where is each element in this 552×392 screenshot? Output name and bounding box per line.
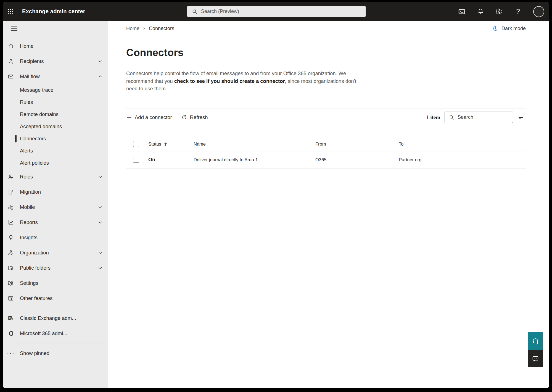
column-header-to[interactable]: To bbox=[399, 141, 526, 147]
list-toolbar: Add a connector Refresh 1 item bbox=[126, 112, 526, 123]
sidebar-item-mail-flow[interactable]: Mail flow bbox=[3, 69, 108, 84]
topbar-actions: ? bbox=[458, 6, 544, 17]
sidebar-item-label: Roles bbox=[20, 174, 33, 180]
moon-icon bbox=[492, 25, 498, 31]
chevron-down-icon bbox=[98, 205, 103, 210]
column-header-status[interactable]: Status bbox=[148, 141, 194, 147]
sidebar-item-accepted-domains[interactable]: Accepted domains bbox=[3, 120, 108, 133]
sidebar-item-other-features[interactable]: Other features bbox=[3, 291, 108, 306]
global-search-box[interactable] bbox=[187, 6, 366, 17]
office-logo-icon bbox=[8, 330, 14, 336]
exchange-logo-icon: E bbox=[8, 315, 14, 321]
filter-lines-icon bbox=[518, 114, 525, 120]
hamburger-icon bbox=[11, 26, 17, 31]
reports-icon bbox=[8, 219, 14, 225]
floating-action-buttons bbox=[528, 332, 543, 367]
list-search-box[interactable] bbox=[445, 112, 513, 123]
main-content: Home Connectors Dark mode Connectors bbox=[108, 21, 549, 388]
sidebar-item-label: Mail flow bbox=[20, 73, 40, 80]
chevron-down-icon bbox=[98, 220, 103, 225]
column-header-from[interactable]: From bbox=[315, 141, 399, 147]
sidebar-item-settings[interactable]: Settings bbox=[3, 275, 108, 291]
app-launcher-button[interactable] bbox=[3, 2, 18, 21]
sidebar-item-label: Mobile bbox=[20, 204, 35, 210]
breadcrumb-chevron-icon bbox=[142, 27, 146, 30]
notifications-button[interactable] bbox=[477, 8, 484, 15]
sidebar-item-label: Insights bbox=[20, 235, 38, 241]
account-avatar[interactable] bbox=[533, 6, 544, 17]
breadcrumb-current: Connectors bbox=[149, 26, 174, 31]
cell-from: O365 bbox=[315, 157, 399, 162]
sidebar-item-remote-domains[interactable]: Remote domains bbox=[3, 108, 108, 120]
column-header-label: Status bbox=[148, 141, 161, 147]
chevron-down-icon bbox=[98, 174, 103, 179]
page-title: Connectors bbox=[126, 47, 526, 59]
cell-to: Partner org bbox=[399, 157, 526, 162]
sidebar-item-show-pinned[interactable]: ··· Show pinned bbox=[3, 346, 108, 361]
sidebar-item-organization[interactable]: Organization bbox=[3, 245, 108, 260]
sidebar-item-label: Recipients bbox=[20, 58, 44, 64]
chevron-up-icon bbox=[98, 74, 103, 79]
dark-mode-label: Dark mode bbox=[501, 26, 526, 31]
sidebar-item-insights[interactable]: Insights bbox=[3, 230, 108, 245]
svg-text:E: E bbox=[9, 317, 11, 320]
org-chart-icon bbox=[8, 250, 14, 256]
sidebar-item-public-folders[interactable]: Public folders bbox=[3, 260, 108, 275]
dark-mode-toggle[interactable]: Dark mode bbox=[492, 25, 526, 31]
cloud-shell-icon bbox=[458, 8, 465, 15]
exchange-admin-window: Exchange admin center bbox=[3, 2, 549, 388]
add-connector-label: Add a connector bbox=[135, 114, 172, 120]
sidebar-item-label: Public folders bbox=[20, 265, 51, 271]
sidebar-item-label: Remote domains bbox=[20, 111, 59, 117]
feedback-button[interactable] bbox=[528, 350, 543, 367]
breadcrumb-home-link[interactable]: Home bbox=[126, 26, 139, 31]
sidebar-item-alerts[interactable]: Alerts bbox=[3, 145, 108, 157]
refresh-button[interactable]: Refresh bbox=[181, 114, 208, 120]
sidebar-item-classic-exchange[interactable]: E Classic Exchange adm... bbox=[3, 311, 108, 326]
column-header-name[interactable]: Name bbox=[194, 141, 315, 147]
support-button[interactable] bbox=[528, 332, 543, 350]
collapse-nav-button[interactable] bbox=[8, 25, 20, 33]
settings-button[interactable] bbox=[496, 8, 503, 15]
table-header-row: Status Name From To bbox=[126, 137, 526, 151]
sidebar-item-recipients[interactable]: Recipients bbox=[3, 54, 108, 69]
sidebar-item-microsoft-365[interactable]: Microsoft 365 admi... bbox=[3, 326, 108, 341]
app-title: Exchange admin center bbox=[22, 8, 85, 15]
nav-list: Home Recipients bbox=[3, 38, 108, 361]
chevron-down-icon bbox=[98, 250, 103, 255]
breadcrumb: Home Connectors bbox=[126, 26, 174, 31]
add-connector-button[interactable]: Add a connector bbox=[126, 114, 172, 120]
sidebar-item-connectors[interactable]: Connectors bbox=[3, 133, 108, 145]
row-checkbox[interactable] bbox=[133, 157, 139, 163]
help-button[interactable]: ? bbox=[514, 8, 522, 15]
sidebar-item-alert-policies[interactable]: Alert policies bbox=[3, 157, 108, 169]
notifications-bell-icon bbox=[477, 8, 484, 15]
sidebar-item-message-trace[interactable]: Message trace bbox=[3, 84, 108, 96]
lightbulb-icon bbox=[8, 235, 14, 241]
table-row[interactable]: On Deliver journal directly to Area 1 O3… bbox=[126, 151, 526, 169]
person-icon bbox=[8, 58, 14, 64]
cloud-shell-button[interactable] bbox=[458, 8, 465, 15]
migration-icon bbox=[8, 189, 14, 195]
sidebar-item-home[interactable]: Home bbox=[3, 38, 108, 54]
feedback-bubble-icon bbox=[532, 355, 539, 362]
refresh-label: Refresh bbox=[190, 114, 208, 120]
refresh-icon bbox=[181, 115, 187, 120]
sidebar-item-mobile[interactable]: Mobile bbox=[3, 199, 108, 215]
sidebar-item-roles[interactable]: Roles bbox=[3, 169, 108, 184]
cell-name[interactable]: Deliver journal directly to Area 1 bbox=[194, 157, 315, 162]
gear-icon bbox=[8, 280, 14, 286]
select-all-checkbox[interactable] bbox=[133, 141, 139, 147]
settings-gear-icon bbox=[496, 8, 503, 15]
sidebar-item-migration[interactable]: Migration bbox=[3, 184, 108, 199]
chevron-down-icon bbox=[98, 265, 103, 270]
sidebar-divider bbox=[10, 308, 104, 308]
filter-button[interactable] bbox=[517, 113, 526, 122]
sidebar-item-reports[interactable]: Reports bbox=[3, 215, 108, 230]
search-icon bbox=[192, 9, 198, 15]
mail-icon bbox=[8, 73, 14, 80]
list-search-input[interactable] bbox=[458, 114, 505, 120]
sidebar-item-rules[interactable]: Rules bbox=[3, 96, 108, 108]
global-search-input[interactable] bbox=[201, 9, 345, 14]
sidebar-item-label: Migration bbox=[20, 189, 41, 195]
